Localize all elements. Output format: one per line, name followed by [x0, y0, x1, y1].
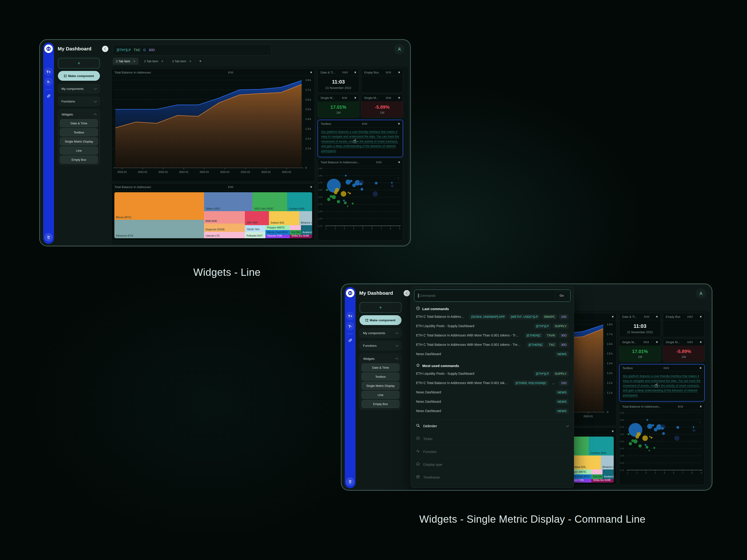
- command-row[interactable]: News DashboardNEWS: [411, 388, 574, 397]
- widget-button-empty-box[interactable]: Empty Box: [362, 400, 400, 408]
- close-icon[interactable]: ×: [700, 405, 702, 408]
- trash-icon[interactable]: [44, 233, 53, 241]
- treemap-tile[interactable]: USD Coin USDC: [252, 192, 287, 211]
- treemap-tile[interactable]: Dogecoin DOGE: [204, 223, 245, 232]
- drag-handle-icon[interactable]: [228, 186, 233, 188]
- command-row[interactable]: News DashboardNEWS: [411, 397, 574, 406]
- filter-row-timeframe[interactable]: Timeframe: [411, 471, 574, 484]
- area-chart[interactable]: 1.8 k1.7 k1.6 k1.5 k1.4 k1.3 k1.2 k1.1 k…: [111, 76, 315, 182]
- command-row[interactable]: News DashboardNEWS: [411, 406, 574, 416]
- command-row[interactable]: News DashboardNEWS: [411, 349, 574, 358]
- command-row[interactable]: ETH C Total Balance In Addresses With Mo…: [411, 340, 574, 349]
- widget-button-textbox[interactable]: Textbox: [362, 373, 400, 380]
- command-input[interactable]: CommandsGo: [414, 290, 570, 302]
- bubble-chart[interactable]: 1.9 k1.8 k1.7 k1.6 k1.5 k1.4 k1.3 k1.2 k…: [318, 166, 403, 241]
- app-logo[interactable]: [44, 45, 53, 53]
- my-components-dropdown[interactable]: My components: [58, 84, 100, 93]
- drag-handle-icon[interactable]: [342, 97, 347, 99]
- tab-item[interactable]: 1 Tab Item×: [113, 58, 138, 64]
- drag-handle-icon[interactable]: [362, 123, 367, 125]
- app-logo[interactable]: [346, 289, 354, 297]
- close-icon[interactable]: ×: [656, 340, 658, 344]
- drag-handle-icon[interactable]: [687, 316, 693, 318]
- tab-add-button[interactable]: +: [197, 58, 204, 64]
- widget-button-single-metric-display[interactable]: Single Metric Display: [362, 382, 400, 390]
- tab-item[interactable]: 3 Tab Item×: [169, 58, 195, 64]
- textbox-text[interactable]: Our platform features a user-friendly in…: [321, 130, 399, 153]
- go-button[interactable]: Go: [555, 291, 568, 299]
- close-icon[interactable]: ×: [310, 185, 312, 189]
- drag-handle-icon[interactable]: [678, 405, 683, 408]
- filter-row-function[interactable]: Function: [411, 445, 574, 458]
- link-icon[interactable]: [346, 336, 354, 344]
- close-icon[interactable]: ×: [398, 122, 400, 126]
- treemap-tile[interactable]: Tether USDT: [204, 192, 253, 211]
- filter-row-display-type[interactable]: Display type: [411, 458, 574, 471]
- treemap-tile[interactable]: Cardano ADA: [287, 192, 312, 211]
- command-row[interactable]: ETH Liquidity Pools - Supply Dashboard[E…: [411, 369, 574, 378]
- treemap-tile[interactable]: Cardano ADA: [589, 436, 614, 455]
- tab-close-icon[interactable]: ×: [133, 59, 135, 63]
- close-icon[interactable]: ×: [656, 315, 658, 319]
- avatar[interactable]: [394, 44, 405, 54]
- tab-close-icon[interactable]: ×: [189, 59, 191, 63]
- treemap-tile[interactable]: [290, 225, 301, 230]
- make-component-button[interactable]: Make component: [360, 315, 402, 325]
- add-widget-button[interactable]: +: [58, 58, 100, 69]
- treemap-tile[interactable]: Polkadot DOT: [245, 232, 265, 238]
- tab-close-icon[interactable]: ×: [161, 59, 163, 63]
- drag-handle-icon[interactable]: [643, 341, 649, 343]
- close-icon[interactable]: ×: [354, 96, 356, 100]
- make-component-button[interactable]: Make component: [58, 71, 100, 81]
- widget-button-date-time[interactable]: Date & Time: [362, 364, 400, 371]
- my-components-dropdown[interactable]: My components: [360, 328, 402, 338]
- tab-item[interactable]: 2 Tab Item×: [141, 58, 166, 64]
- treemap-tile[interactable]: Bitcoin (BTC): [114, 192, 204, 220]
- close-icon[interactable]: ×: [354, 71, 356, 74]
- textbox-text[interactable]: Our platform features a user-friendly in…: [623, 374, 700, 397]
- widget-button-single-metric-display[interactable]: Single Metric Display: [60, 137, 98, 145]
- drag-handle-icon[interactable]: [687, 341, 693, 343]
- widgets-header[interactable]: Widgets: [362, 355, 400, 363]
- treemap-tile[interactable]: Polygon MATIC: [265, 225, 290, 230]
- close-icon[interactable]: ×: [398, 71, 400, 74]
- treemap-tile[interactable]: TRON TRX: [245, 225, 265, 232]
- functions-dropdown[interactable]: Functions: [360, 341, 402, 350]
- text-decrease-button[interactable]: T-: [346, 322, 354, 330]
- widget-button-line[interactable]: Line: [60, 146, 98, 155]
- text-increase-button[interactable]: T+: [346, 312, 354, 320]
- treemap-tile[interactable]: Binance US: [299, 211, 312, 225]
- command-row[interactable]: ETH C Total Balance In Addresses With Mo…: [411, 331, 574, 340]
- treemap-tile[interactable]: Solana SOL: [570, 455, 601, 470]
- drag-handle-icon[interactable]: [342, 72, 348, 74]
- treemap-tile[interactable]: Shiba Inu SHIB: [591, 479, 614, 483]
- collapse-sidebar-button[interactable]: [404, 290, 410, 296]
- treemap-tile[interactable]: Ethereum ETH: [114, 220, 204, 238]
- functions-dropdown[interactable]: Functions: [58, 97, 100, 106]
- widget-button-empty-box[interactable]: Empty Box: [60, 156, 98, 164]
- drag-handle-icon[interactable]: [376, 161, 382, 163]
- treemap-tile[interactable]: XRP XRP: [245, 211, 269, 225]
- close-icon[interactable]: ×: [398, 96, 400, 100]
- collapse-sidebar-button[interactable]: [102, 46, 108, 52]
- link-icon[interactable]: [44, 92, 53, 100]
- widget-button-date-time[interactable]: Date & Time: [60, 119, 98, 127]
- treemap-chart[interactable]: Bitcoin (BTC)Ethereum ETHTether USDTUSD …: [114, 192, 312, 238]
- filter-row-ticker[interactable]: $Ticker: [411, 432, 574, 445]
- widget-button-textbox[interactable]: Textbox: [60, 128, 98, 136]
- treemap-tile[interactable]: BNB BNB: [204, 211, 245, 223]
- treemap-tile[interactable]: Toncoin TON: [265, 235, 290, 238]
- widget-button-line[interactable]: Line: [362, 391, 400, 399]
- treemap-tile[interactable]: Avalanche: [602, 470, 614, 479]
- command-row[interactable]: ETH C Total Balance In Addresses With Mo…: [411, 378, 574, 388]
- treemap-tile[interactable]: Litecoin LTC: [204, 232, 245, 238]
- close-icon[interactable]: ×: [700, 315, 702, 319]
- drag-handle-icon[interactable]: [386, 97, 391, 99]
- bubble-chart[interactable]: 1.9 k1.8 k1.7 k1.6 k1.5 k1.4 k1.3 k1.2 k…: [619, 410, 704, 485]
- treemap-tile[interactable]: Avalanche: [301, 225, 312, 235]
- drag-handle-icon[interactable]: [386, 72, 391, 74]
- drag-handle-icon[interactable]: [644, 316, 649, 318]
- add-widget-button[interactable]: +: [360, 302, 402, 313]
- text-decrease-button[interactable]: T-: [44, 78, 53, 86]
- command-row[interactable]: ETH Liquidity Pools - Supply Dashboard[E…: [411, 321, 574, 331]
